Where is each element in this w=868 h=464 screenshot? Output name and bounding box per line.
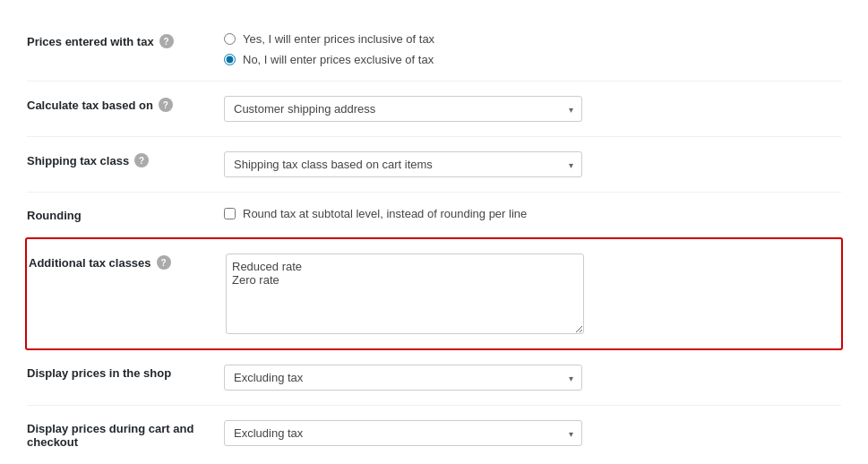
textarea-additional-tax[interactable]: Reduced rate Zero rate [226,253,584,334]
settings-container: Prices entered with tax ? Yes, I will en… [0,0,868,464]
select-wrapper-display-cart: Excluding tax Including tax ▾ [224,420,582,446]
content-display-prices-shop: Excluding tax Including tax ▾ [224,365,841,391]
select-shipping-tax-class[interactable]: Shipping tax class based on cart items S… [224,151,582,177]
row-calculate-tax-based-on: Calculate tax based on ? Customer shippi… [27,82,841,137]
checkbox-rounding-label[interactable]: Round tax at subtotal level, instead of … [224,207,841,220]
label-display-prices-shop: Display prices in the shop [27,365,224,380]
help-icon-additional[interactable]: ? [157,255,171,270]
label-calculate-tax-based-on: Calculate tax based on ? [27,96,224,112]
row-display-prices-cart: Display prices during cart and checkout … [27,406,841,463]
radio-yes[interactable] [224,33,236,45]
row-prices-entered-with-tax: Prices entered with tax ? Yes, I will en… [27,18,841,82]
content-additional-tax: Reduced rate Zero rate [226,253,839,334]
select-calculate-tax[interactable]: Customer shipping address Customer billi… [224,96,582,122]
radio-no[interactable] [224,54,236,65]
label-prices-entered-with-tax: Prices entered with tax ? [27,32,224,48]
label-shipping-tax-class: Shipping tax class ? [27,151,224,168]
select-wrapper-calculate-tax: Customer shipping address Customer billi… [224,96,582,122]
help-icon-calculate[interactable]: ? [159,98,173,112]
row-shipping-tax-class: Shipping tax class ? Shipping tax class … [27,137,841,193]
label-additional-tax-classes: Additional tax classes ? [29,253,226,270]
label-rounding: Rounding [27,207,224,222]
select-display-prices-shop[interactable]: Excluding tax Including tax [224,365,582,391]
content-shipping-tax-class: Shipping tax class based on cart items S… [224,151,841,177]
checkbox-rounding[interactable] [224,208,236,219]
label-display-prices-cart: Display prices during cart and checkout [27,420,224,449]
help-icon-shipping[interactable]: ? [134,153,149,168]
row-rounding: Rounding Round tax at subtotal level, in… [27,193,841,237]
select-wrapper-display-shop: Excluding tax Including tax ▾ [224,365,582,391]
radio-option-yes[interactable]: Yes, I will enter prices inclusive of ta… [224,32,841,46]
content-calculate-tax: Customer shipping address Customer billi… [224,96,841,122]
row-display-prices-shop: Display prices in the shop Excluding tax… [27,350,841,406]
row-additional-tax-classes: Additional tax classes ? Reduced rate Ze… [25,237,843,350]
help-icon-prices[interactable]: ? [159,34,174,48]
radio-option-no[interactable]: No, I will enter prices exclusive of tax [224,53,841,66]
content-rounding: Round tax at subtotal level, instead of … [224,207,841,220]
content-display-prices-cart: Excluding tax Including tax ▾ [224,420,841,446]
select-display-prices-cart[interactable]: Excluding tax Including tax [224,420,582,446]
content-prices-entered-with-tax: Yes, I will enter prices inclusive of ta… [224,32,841,66]
select-wrapper-shipping-tax: Shipping tax class based on cart items S… [224,151,582,177]
